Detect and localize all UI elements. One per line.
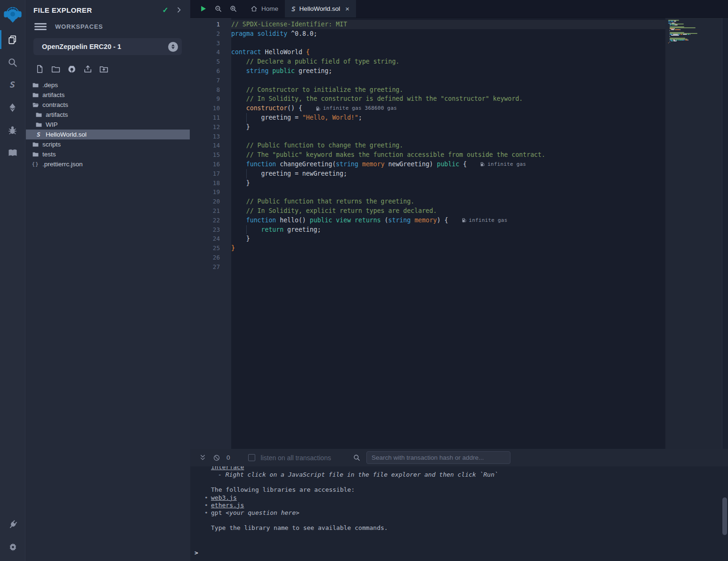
activity-search[interactable] <box>0 51 25 73</box>
zoom-in-button[interactable] <box>229 5 237 13</box>
tree-item-tests[interactable]: tests <box>26 149 190 159</box>
line-number: 19 <box>190 187 231 197</box>
terminal-link[interactable]: web3.js <box>211 494 237 501</box>
tree-item-scripts[interactable]: scripts <box>26 139 190 149</box>
code-line-8[interactable]: 8 // Constructor to initialize the greet… <box>190 85 665 95</box>
code-line-12[interactable]: 12 } <box>190 122 665 132</box>
home-icon <box>251 5 258 12</box>
new-folder-icon <box>51 64 61 74</box>
activity-deploy-run[interactable] <box>0 96 25 119</box>
code-line-21[interactable]: 21 // In Solidity, explicit return types… <box>190 206 665 216</box>
tree-item-label: scripts <box>42 141 61 148</box>
workspace-name: OpenZeppelin ERC20 - 1 <box>42 43 168 50</box>
tree-item-label: artifacts <box>42 91 65 98</box>
upload-folder-button[interactable] <box>97 63 110 74</box>
code-line-15[interactable]: 15 // The "public" keyword makes the fun… <box>190 150 665 160</box>
line-number: 5 <box>190 57 231 66</box>
clone-github-button[interactable] <box>65 63 78 74</box>
terminal-expand-icon[interactable] <box>195 454 210 461</box>
tree-item-wip[interactable]: WIP <box>26 120 190 130</box>
clear-console-icon[interactable] <box>210 454 224 462</box>
gas-estimate: infinite gas <box>480 160 526 169</box>
check-icon[interactable]: ✓ <box>162 6 169 15</box>
code-line-25[interactable]: 25} <box>190 244 665 253</box>
line-number: 4 <box>190 48 231 57</box>
code-line-19[interactable]: 19 <box>190 187 665 197</box>
activity-solidity-compiler[interactable]: S <box>0 73 25 96</box>
activity-remix-logo[interactable] <box>0 1 25 28</box>
terminal-link[interactable]: interface <box>211 466 244 471</box>
code-line-16[interactable]: 16 function changeGreeting(string memory… <box>190 160 665 169</box>
run-script-button[interactable] <box>199 5 207 13</box>
code-line-26[interactable]: 26 <box>190 253 665 262</box>
activity-settings[interactable] <box>0 536 25 558</box>
code-region: 1// SPDX-License-Identifier: MIT2pragma … <box>190 18 728 449</box>
tree-item-artifacts[interactable]: artifacts <box>26 110 190 120</box>
tree-item-contracts[interactable]: contracts <box>26 100 190 110</box>
code-line-14[interactable]: 14 // Public function to change the gree… <box>190 141 665 150</box>
tabs: HomeSHelloWorld.sol× <box>244 0 356 17</box>
tree-item-label: tests <box>42 151 56 158</box>
workspace-select[interactable]: OpenZeppelin ERC20 - 1 <box>33 38 182 55</box>
listen-label[interactable]: listen on all transactions <box>261 454 331 462</box>
code-line-23[interactable]: 23 return greeting; <box>190 225 665 235</box>
code-line-17[interactable]: 17 greeting = newGreeting; <box>190 169 665 179</box>
line-number: 3 <box>190 39 231 48</box>
minimap-panel[interactable] <box>665 18 728 449</box>
tree-item-label: WIP <box>46 121 58 128</box>
code-line-11[interactable]: 11 greeting = "Hello, World!"; <box>190 113 665 122</box>
code-line-4[interactable]: 4contract HelloWorld { <box>190 48 665 57</box>
tab-helloworld-sol[interactable]: SHelloWorld.sol× <box>285 0 356 17</box>
file-explorer-panel: FILE EXPLORER ✓ WORKSPACES OpenZeppelin … <box>26 0 190 561</box>
tree-item-artifacts[interactable]: artifacts <box>26 90 190 100</box>
activity-file-explorer[interactable] <box>0 28 25 51</box>
code-line-9[interactable]: 9 // In Solidity, the constructor is def… <box>190 94 665 104</box>
line-number: 10 <box>190 104 231 113</box>
code-line-24[interactable]: 24 } <box>190 234 665 244</box>
tree-item--prettierrc-json[interactable]: {}.prettierrc.json <box>26 159 190 169</box>
code-line-2[interactable]: 2pragma solidity ^0.8.0; <box>190 29 665 39</box>
code-lines[interactable]: 1// SPDX-License-Identifier: MIT2pragma … <box>190 20 665 272</box>
upload-file-button[interactable] <box>81 63 94 74</box>
editor-scrollbar[interactable] <box>722 18 728 449</box>
close-tab-icon[interactable]: × <box>345 5 349 12</box>
code-line-22[interactable]: 22 function hello() public view returns … <box>190 216 665 225</box>
minimap[interactable] <box>668 20 710 45</box>
solidity-file-icon: S <box>291 5 295 13</box>
code-line-13[interactable]: 13 <box>190 132 665 141</box>
code-line-18[interactable]: 18 } <box>190 179 665 188</box>
zoom-out-button[interactable] <box>214 5 222 13</box>
code-line-1[interactable]: 1// SPDX-License-Identifier: MIT <box>190 20 665 29</box>
tree-item-helloworld-sol[interactable]: SHelloWorld.sol <box>26 130 190 139</box>
folder-icon <box>35 111 42 118</box>
terminal-line: •web3.js <box>190 494 728 502</box>
tree-item--deps[interactable]: .deps <box>26 80 190 90</box>
chevron-right-icon[interactable] <box>175 6 183 14</box>
terminal-search-input[interactable] <box>366 451 510 464</box>
code-line-27[interactable]: 27 <box>190 262 665 272</box>
terminal-scrollbar-thumb[interactable] <box>722 497 727 535</box>
upload-file-icon <box>83 64 93 74</box>
activity-plugin-manager[interactable] <box>0 513 25 536</box>
terminal-link[interactable]: ethers.js <box>211 502 244 509</box>
listen-checkbox[interactable] <box>248 454 255 461</box>
tab-home[interactable]: Home <box>244 0 285 17</box>
tab-label: Home <box>261 5 278 12</box>
code-line-6[interactable]: 6 string public greeting; <box>190 66 665 76</box>
line-number: 22 <box>190 216 231 225</box>
terminal-line: •gpt <your question here> <box>190 509 728 517</box>
code-line-3[interactable]: 3 <box>190 39 665 48</box>
workspaces-menu-icon[interactable] <box>34 22 47 32</box>
terminal-output[interactable]: interface- Right click on a JavaScript f… <box>190 466 728 561</box>
new-folder-button[interactable] <box>49 63 62 74</box>
code-line-7[interactable]: 7 <box>190 76 665 85</box>
code-line-10[interactable]: 10 constructor() {infinite gas 368600 ga… <box>190 104 665 113</box>
fuel-icon <box>480 162 485 167</box>
workspace-sort-icon[interactable] <box>168 42 178 52</box>
terminal-prompt[interactable]: > <box>190 549 728 557</box>
code-line-5[interactable]: 5 // Declare a public field of type stri… <box>190 57 665 66</box>
new-file-button[interactable] <box>33 63 46 74</box>
code-line-20[interactable]: 20 // Public function that returns the g… <box>190 197 665 206</box>
activity-debugger[interactable] <box>0 119 25 141</box>
activity-learneth[interactable] <box>0 141 25 164</box>
